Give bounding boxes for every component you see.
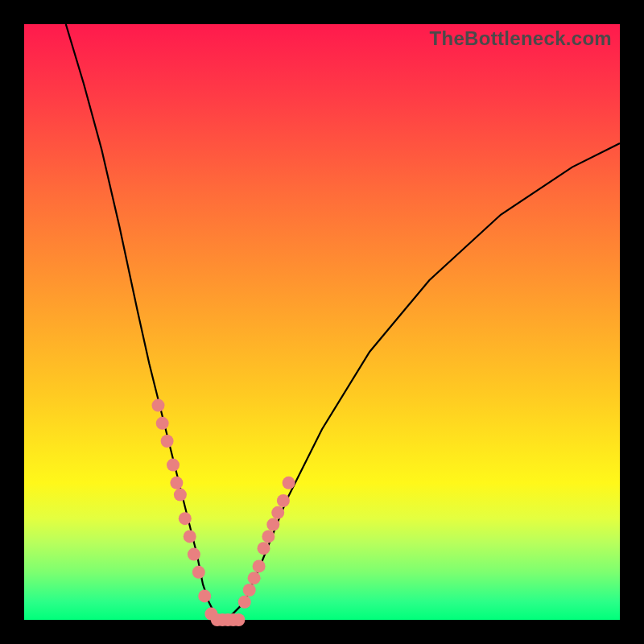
data-dot [188,548,200,561]
data-dot [184,530,196,543]
data-dot [262,530,275,543]
data-dot [271,506,284,519]
data-dot [192,566,205,579]
data-dot [179,512,192,525]
data-dot [258,542,270,555]
plot-area: TheBottleneck.com [24,24,620,620]
left-cluster-dots [152,399,218,621]
data-dot [174,489,187,502]
data-dot [277,494,290,507]
data-dot [170,477,183,489]
data-dot [248,572,261,584]
data-dot [238,596,251,609]
chart-svg [24,24,620,620]
data-dot [152,399,165,412]
right-cluster-dots [238,477,295,609]
data-dot [253,559,266,572]
bottleneck-curve [66,24,620,620]
data-dot [167,459,180,472]
trough-dots [211,613,246,626]
data-dot [243,584,256,597]
data-dot [161,435,174,448]
data-dot [198,589,211,602]
data-dot [283,477,295,489]
data-dot [156,417,169,430]
data-dot [232,613,245,626]
data-dot [266,518,279,531]
chart-frame: TheBottleneck.com [0,0,644,644]
